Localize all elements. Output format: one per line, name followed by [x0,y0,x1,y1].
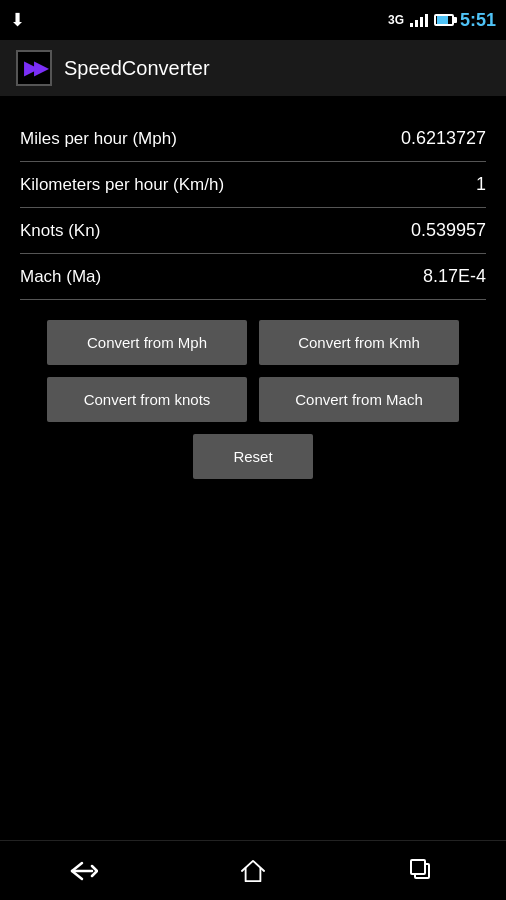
top-buttons-row: Convert from Mph Convert from Kmh [10,320,496,365]
buttons-section: Convert from Mph Convert from Kmh Conver… [0,300,506,479]
kmh-label: Kilometers per hour (Km/h) [20,175,224,195]
signal-bars [410,13,428,27]
mph-row: Miles per hour (Mph) 0.6213727 [20,116,486,162]
mph-value: 0.6213727 [366,128,486,149]
kmh-value: 1 [366,174,486,195]
status-bar: ⬇ 3G 5:51 [0,0,506,40]
mph-label: Miles per hour (Mph) [20,129,177,149]
battery-icon [434,14,454,26]
convert-mph-button[interactable]: Convert from Mph [47,320,247,365]
app-logo-icon: ▶▶ [24,57,44,79]
main-content: Miles per hour (Mph) 0.6213727 Kilometer… [0,96,506,300]
status-time: 5:51 [460,10,496,31]
mach-row: Mach (Ma) 8.17E-4 [20,254,486,300]
recent-apps-button[interactable] [392,851,452,891]
network-type: 3G [388,13,404,27]
app-icon: ▶▶ [16,50,52,86]
convert-knots-button[interactable]: Convert from knots [47,377,247,422]
signal-bar-1 [410,23,413,27]
download-icon: ⬇ [10,9,25,31]
mach-value: 8.17E-4 [366,266,486,287]
reset-button[interactable]: Reset [193,434,313,479]
knots-label: Knots (Kn) [20,221,100,241]
svg-rect-2 [411,860,425,874]
signal-bar-3 [420,17,423,27]
convert-kmh-button[interactable]: Convert from Kmh [259,320,459,365]
knots-value: 0.539957 [366,220,486,241]
knots-row: Knots (Kn) 0.539957 [20,208,486,254]
status-bar-left: ⬇ [10,9,25,31]
app-title: SpeedConverter [64,57,210,80]
back-button[interactable] [54,851,114,891]
reset-row: Reset [10,434,496,479]
signal-bar-4 [425,14,428,27]
bottom-buttons-row: Convert from knots Convert from Mach [10,377,496,422]
kmh-row: Kilometers per hour (Km/h) 1 [20,162,486,208]
mach-label: Mach (Ma) [20,267,101,287]
signal-bar-2 [415,20,418,27]
app-bar: ▶▶ SpeedConverter [0,40,506,96]
nav-bar [0,840,506,900]
status-bar-right: 3G 5:51 [388,10,496,31]
battery-fill [437,16,448,24]
home-button[interactable] [223,851,283,891]
convert-mach-button[interactable]: Convert from Mach [259,377,459,422]
